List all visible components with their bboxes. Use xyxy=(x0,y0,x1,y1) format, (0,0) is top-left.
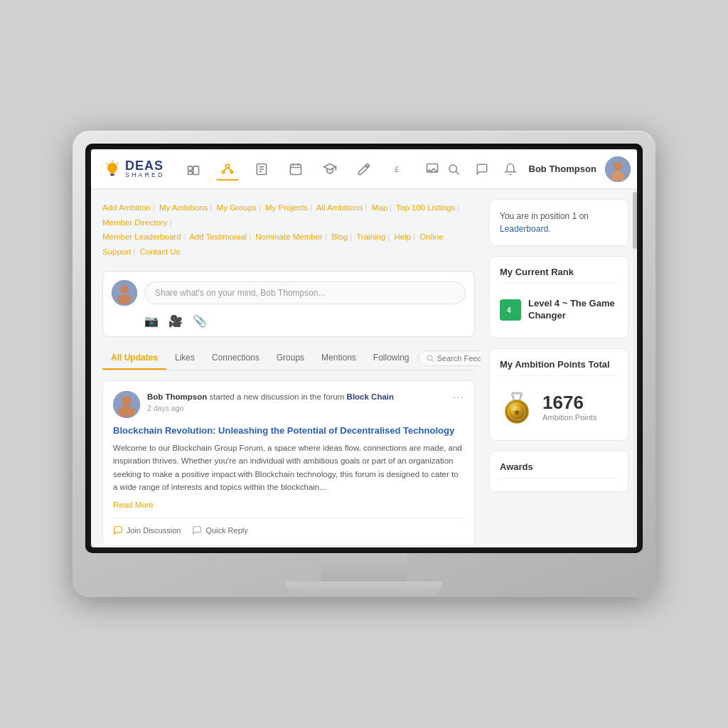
feed-options-button[interactable]: ··· xyxy=(453,391,464,404)
nav-learn-button[interactable] xyxy=(318,158,341,181)
tab-all-updates[interactable]: All Updates xyxy=(102,347,166,370)
avatar[interactable] xyxy=(605,156,631,182)
monitor-stand-base xyxy=(286,582,442,597)
svg-point-10 xyxy=(230,171,232,173)
training-link[interactable]: Training xyxy=(356,232,385,241)
svg-point-29 xyxy=(614,162,622,171)
svg-text:★: ★ xyxy=(513,408,521,417)
add-ambition-link[interactable]: Add Ambition xyxy=(102,203,151,212)
monitor-stand-neck xyxy=(321,553,407,582)
all-ambitions-link[interactable]: All Ambitions xyxy=(316,203,363,212)
svg-point-9 xyxy=(222,171,224,173)
search-button[interactable] xyxy=(444,159,464,179)
my-projects-link[interactable]: My Projects xyxy=(265,203,308,212)
feed-card-header: Bob Thompson started a new discussion in… xyxy=(113,391,464,418)
quick-reply-icon xyxy=(192,525,202,535)
tab-mentions[interactable]: Mentions xyxy=(313,347,365,370)
user-name: Bob Thompson xyxy=(529,164,596,174)
main-content: Add Ambition| My Ambitions| My Groups| M… xyxy=(91,189,637,547)
monitor: DEAS SHARED xyxy=(73,131,655,597)
feed-forum[interactable]: Block Chain xyxy=(347,392,394,401)
join-discussion-button[interactable]: Join Discussion xyxy=(113,525,181,535)
leaderboard-link[interactable]: Leaderboard. xyxy=(500,224,550,234)
screen: DEAS SHARED xyxy=(91,149,637,547)
chat-button[interactable] xyxy=(472,159,492,179)
svg-point-32 xyxy=(117,294,132,304)
svg-text:£: £ xyxy=(395,164,400,173)
feed-meta-text: Bob Thompson started a new discussion in… xyxy=(147,391,446,402)
photo-icon[interactable]: 📷 xyxy=(144,314,159,328)
logo-shared: SHARED xyxy=(125,172,165,178)
nav-calendar-button[interactable] xyxy=(284,158,307,181)
nav-tasks-button[interactable] xyxy=(250,158,273,181)
feed-avatar-image xyxy=(113,391,140,418)
video-icon[interactable]: 🎥 xyxy=(168,314,183,328)
post-input[interactable]: Share what's on your mind, Bob Thompson.… xyxy=(144,282,466,304)
tab-following[interactable]: Following xyxy=(365,347,418,370)
right-panel: You are in position 1 on Leaderboard. My… xyxy=(481,189,637,547)
svg-line-12 xyxy=(228,168,232,171)
svg-point-8 xyxy=(225,164,229,168)
chat-icon xyxy=(476,163,488,176)
home-icon xyxy=(186,162,200,176)
my-groups-link[interactable]: My Groups xyxy=(217,203,257,212)
post-avatar-image xyxy=(112,280,137,306)
svg-line-25 xyxy=(456,171,459,174)
add-testimonial-link[interactable]: Add Testimonial xyxy=(189,232,247,241)
nav-home-button[interactable] xyxy=(182,158,205,181)
quick-reply-button[interactable]: Quick Reply xyxy=(192,525,247,535)
points-label: Ambition Points xyxy=(542,413,596,422)
read-more-link[interactable]: Read More xyxy=(113,500,464,509)
svg-rect-6 xyxy=(188,171,192,174)
join-discussion-icon xyxy=(113,525,123,535)
help-link[interactable]: Help xyxy=(395,232,412,241)
contact-us-link[interactable]: Contact Us xyxy=(139,247,180,256)
feed-footer: Join Discussion Quick Reply xyxy=(113,518,464,535)
feed-post-title[interactable]: Blockchain Revolution: Unleashing the Po… xyxy=(113,425,464,436)
leaderboard-text: You are in position 1 on Leaderboard. xyxy=(500,210,618,235)
logo[interactable]: DEAS SHARED xyxy=(102,159,165,179)
tab-likes[interactable]: Likes xyxy=(166,347,203,370)
rank-badge: 4 xyxy=(500,299,521,321)
notifications-button[interactable] xyxy=(500,159,520,179)
scrollbar[interactable] xyxy=(633,189,637,547)
map-link[interactable]: Map xyxy=(372,203,387,212)
svg-line-11 xyxy=(223,168,228,171)
logo-icon xyxy=(102,159,122,179)
svg-text:4: 4 xyxy=(507,306,511,314)
nav-right: Bob Thompson xyxy=(444,156,631,182)
medal-icon: ★ xyxy=(500,390,534,424)
awards-card: Awards xyxy=(489,451,628,492)
tab-groups[interactable]: Groups xyxy=(268,347,313,370)
nominate-member-link[interactable]: Nominate Member xyxy=(255,232,323,241)
nav-network-button[interactable] xyxy=(216,158,239,181)
nav-edit-button[interactable] xyxy=(353,158,375,181)
nav-currency-button[interactable]: £ xyxy=(387,158,410,181)
tab-connections[interactable]: Connections xyxy=(203,347,268,370)
scroll-thumb[interactable] xyxy=(633,192,637,249)
my-ambitions-link[interactable]: My Ambitions xyxy=(159,203,208,212)
pencil-icon xyxy=(357,162,371,176)
svg-line-3 xyxy=(117,163,118,164)
svg-rect-1 xyxy=(110,174,114,176)
member-directory-link[interactable]: Member Directory xyxy=(102,218,167,227)
nav-icons: £ xyxy=(182,158,444,181)
svg-point-24 xyxy=(449,165,457,173)
nav-messages-button[interactable] xyxy=(421,158,444,181)
top100-link[interactable]: Top 100 Listings xyxy=(396,203,455,212)
feed-action: started a new discussion in the forum xyxy=(210,392,347,401)
member-leaderboard-link[interactable]: Member Leaderboard xyxy=(102,232,181,241)
nav-links: Add Ambition| My Ambitions| My Groups| M… xyxy=(102,200,475,259)
blog-link[interactable]: Blog xyxy=(331,232,348,241)
svg-point-33 xyxy=(427,355,432,360)
attachment-icon[interactable]: 📎 xyxy=(193,314,207,328)
points-number: 1676 xyxy=(542,393,596,412)
feed-search-input[interactable] xyxy=(437,354,481,363)
bell-icon xyxy=(504,163,517,176)
feed-author: Bob Thompson xyxy=(147,392,207,401)
rank-badge-icon: 4 xyxy=(503,303,518,317)
svg-point-37 xyxy=(118,406,135,417)
top-nav: DEAS SHARED xyxy=(91,149,637,189)
logo-text: DEAS SHARED xyxy=(125,159,165,178)
feed-search xyxy=(418,350,481,366)
